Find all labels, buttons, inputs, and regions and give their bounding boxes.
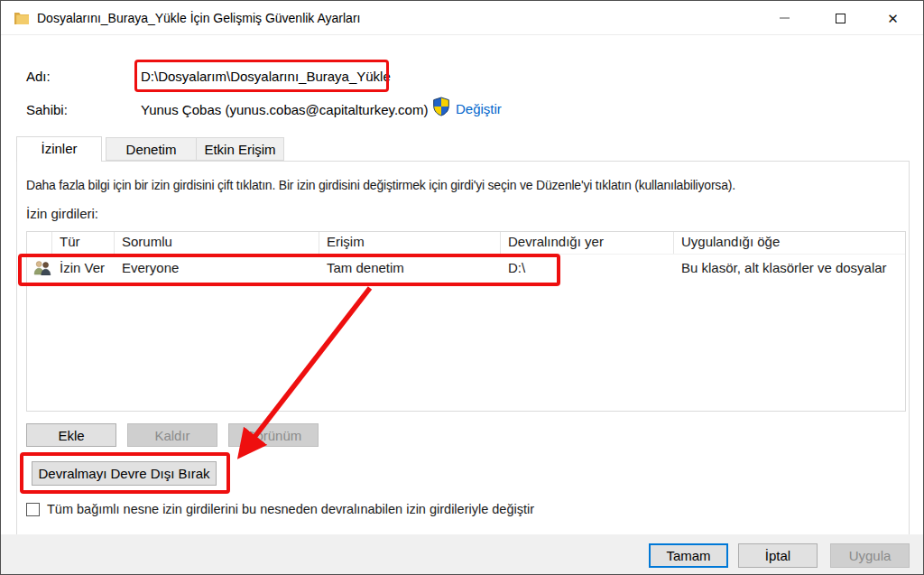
row-icon-cell: [27, 260, 52, 275]
window-title: Dosyalarını_Buraya_Yükle İçin Gelişmiş G…: [37, 1, 360, 35]
cell-inherited-from: D:\: [501, 260, 674, 275]
remove-button: Kaldır: [127, 423, 217, 447]
titlebar: Dosyalarını_Buraya_Yükle İçin Gelişmiş G…: [1, 1, 923, 35]
tab-izinler[interactable]: İzinler: [16, 136, 102, 162]
users-icon: [33, 260, 51, 275]
column-devralindigi-yer[interactable]: Devralındığı yer: [501, 232, 674, 254]
column-icon[interactable]: [27, 232, 52, 254]
owner-value: Yunus Çobas (yunus.cobas@capitalturkey.c…: [141, 102, 428, 117]
minimize-icon: [780, 17, 790, 19]
cell-type: İzin Ver: [52, 260, 115, 275]
tab-etkin-erisim[interactable]: Etkin Erişim: [196, 137, 284, 161]
maximize-icon: [836, 14, 845, 23]
disable-inheritance-button[interactable]: Devralmayı Devre Dışı Bırak: [32, 461, 217, 486]
cell-principal: Everyone: [115, 260, 319, 275]
cell-access: Tam denetim: [319, 260, 501, 275]
column-tur[interactable]: Tür: [52, 232, 115, 254]
replace-permissions-checkbox[interactable]: [26, 503, 40, 516]
uac-shield-icon: [432, 97, 450, 116]
cell-applies-to: Bu klasör, alt klasörler ve dosyalar: [674, 260, 905, 275]
minimize-button[interactable]: [764, 1, 805, 35]
close-icon: ✕: [887, 12, 899, 25]
table-row[interactable]: İzin Ver Everyone Tam denetim D:\ Bu kla…: [27, 255, 905, 281]
permission-entries-table: Tür Sorumlu Erişim Devralındığı yer Uygu…: [26, 231, 906, 412]
name-value: D:\Dosyalarım\Dosyalarını_Buraya_Yükle: [141, 69, 391, 84]
permissions-description: Daha fazla bilgi için bir izin girdisini…: [26, 178, 735, 192]
close-button[interactable]: ✕: [873, 1, 913, 35]
view-button: Görünüm: [228, 423, 319, 447]
column-erisim[interactable]: Erişim: [319, 232, 501, 254]
table-header: Tür Sorumlu Erişim Devralındığı yer Uygu…: [27, 232, 905, 255]
replace-permissions-label: Tüm bağımlı nesne izin girdilerini bu ne…: [47, 502, 534, 516]
apply-button: Uygula: [830, 543, 910, 568]
owner-label: Sahibi:: [26, 102, 68, 117]
change-owner-link[interactable]: Değiştir: [456, 101, 502, 116]
add-button[interactable]: Ekle: [26, 423, 116, 447]
folder-icon: [14, 11, 30, 25]
tab-denetim[interactable]: Denetim: [106, 137, 197, 161]
column-uygulandigi-oge[interactable]: Uygulandığı öğe: [674, 232, 905, 254]
column-sorumlu[interactable]: Sorumlu: [115, 232, 319, 254]
name-label: Adı:: [26, 69, 51, 84]
maximize-button[interactable]: [820, 1, 861, 35]
advanced-security-dialog: Dosyalarını_Buraya_Yükle İçin Gelişmiş G…: [0, 0, 924, 575]
cancel-button[interactable]: İptal: [738, 543, 818, 568]
ok-button[interactable]: Tamam: [649, 543, 728, 568]
entries-label: İzin girdileri:: [26, 206, 98, 221]
